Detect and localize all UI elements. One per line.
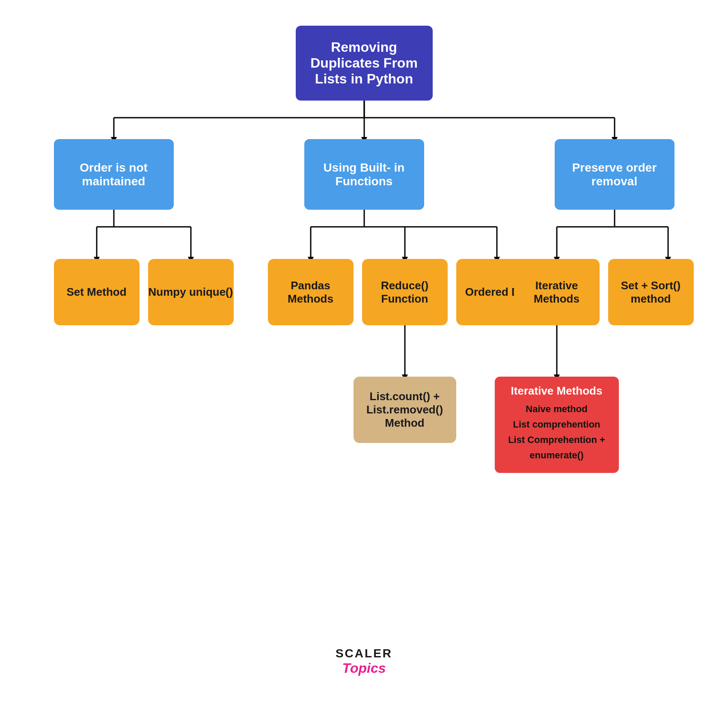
iterative-red-title: Iterative Methods bbox=[503, 384, 610, 398]
logo-scaler: SCALER bbox=[336, 647, 392, 660]
order-node: Order is not maintained bbox=[54, 139, 174, 210]
root-node: Removing Duplicates From Lists in Python bbox=[296, 26, 433, 101]
logo-topics: Topics bbox=[336, 660, 392, 676]
iterative-methods-orange-node: Iterative Methods bbox=[514, 259, 600, 325]
iterative-methods-red-node: Iterative Methods Naive method List comp… bbox=[495, 377, 619, 473]
preserve-node: Preserve order removal bbox=[555, 139, 675, 210]
logo: SCALER Topics bbox=[336, 647, 392, 676]
iterative-red-item1: Naive method bbox=[526, 404, 587, 415]
listcount-node: List.count() + List.removed() Method bbox=[354, 377, 456, 443]
reduce-node: Reduce() Function bbox=[362, 259, 448, 325]
builtin-node: Using Built- in Functions bbox=[304, 139, 424, 210]
set-method-node: Set Method bbox=[54, 259, 140, 325]
set-sort-node: Set + Sort() method bbox=[608, 259, 694, 325]
iterative-red-item4: enumerate() bbox=[530, 450, 584, 461]
iterative-red-item3: List Comprehention + bbox=[508, 434, 605, 446]
iterative-red-item2: List comprehention bbox=[513, 419, 600, 430]
pandas-node: Pandas Methods bbox=[268, 259, 354, 325]
numpy-node: Numpy unique() bbox=[148, 259, 234, 325]
